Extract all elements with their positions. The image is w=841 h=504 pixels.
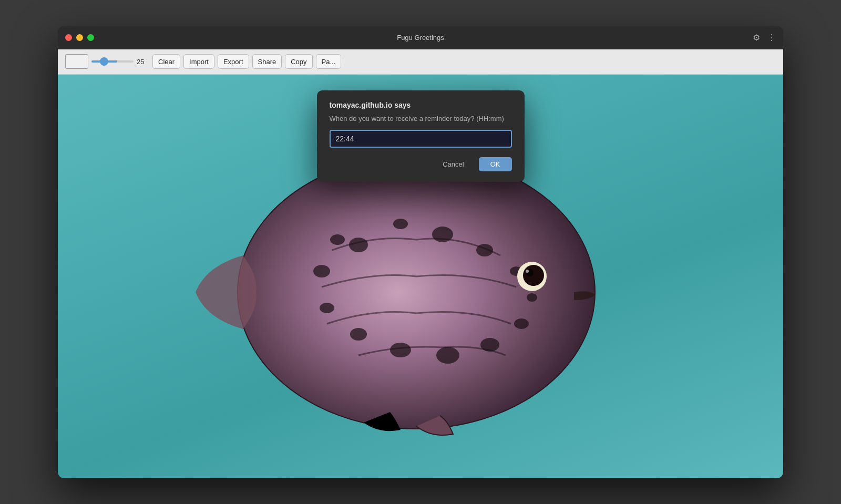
extensions-icon[interactable]: ⚙: [753, 33, 760, 43]
title-bar-actions: ⚙ ⋮: [753, 33, 776, 43]
share-button[interactable]: Share: [252, 54, 282, 69]
maximize-button[interactable]: [87, 34, 94, 41]
dialog-source: tomayac.github.io says: [330, 101, 512, 109]
traffic-lights: [65, 34, 94, 41]
dialog-message: When do you want to receive a reminder t…: [330, 115, 512, 122]
export-button[interactable]: Export: [218, 54, 249, 69]
brush-size-slider[interactable]: [91, 60, 134, 63]
menu-icon[interactable]: ⋮: [767, 33, 776, 43]
canvas-area[interactable]: tomayac.github.io says When do you want …: [58, 75, 783, 478]
ok-button[interactable]: OK: [479, 157, 512, 171]
toolbar: 25 Clear Import Export Share Copy Pa...: [58, 49, 783, 75]
app-window: Fugu Greetings ⚙ ⋮ 25 Clear Import Expor…: [58, 26, 783, 478]
cancel-button[interactable]: Cancel: [433, 157, 473, 171]
dialog-box: tomayac.github.io says When do you want …: [317, 90, 525, 182]
time-input[interactable]: [330, 130, 512, 148]
paste-button[interactable]: Pa...: [316, 54, 342, 69]
dialog-buttons: Cancel OK: [330, 157, 512, 171]
import-button[interactable]: Import: [183, 54, 214, 69]
copy-button[interactable]: Copy: [285, 54, 312, 69]
dialog-overlay: tomayac.github.io says When do you want …: [58, 75, 783, 478]
window-title: Fugu Greetings: [397, 34, 444, 42]
color-swatch[interactable]: [65, 54, 88, 69]
slider-container: 25: [91, 58, 149, 66]
clear-button[interactable]: Clear: [152, 54, 180, 69]
close-button[interactable]: [65, 34, 72, 41]
title-bar: Fugu Greetings ⚙ ⋮: [58, 26, 783, 49]
minimize-button[interactable]: [76, 34, 83, 41]
slider-value: 25: [137, 58, 149, 66]
